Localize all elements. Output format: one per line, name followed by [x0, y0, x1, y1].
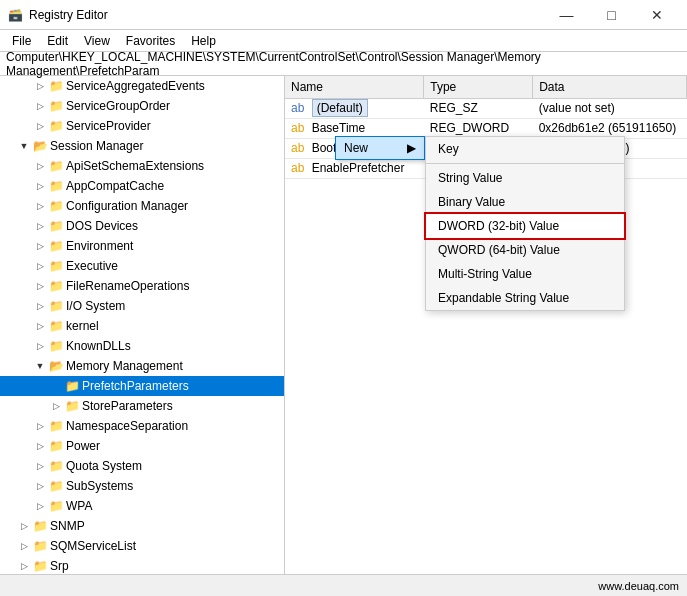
tree-label: Quota System [64, 459, 142, 473]
tree-label: NamespaceSeparation [64, 419, 188, 433]
tree-item-prefetchparams[interactable]: 📁 PrefetchParameters [0, 376, 284, 396]
menu-item-binary-value[interactable]: Binary Value [426, 190, 624, 214]
reg-name: ab (Default) [285, 98, 424, 118]
reg-type: REG_DWORD [424, 118, 533, 138]
tree-label: ServiceProvider [64, 119, 151, 133]
folder-icon: 📁 [48, 239, 64, 253]
tree-item-iosystem[interactable]: ▷ 📁 I/O System [0, 296, 284, 316]
col-header-name[interactable]: Name [285, 76, 424, 98]
tree-label: Environment [64, 239, 133, 253]
tree-item-filerenameops[interactable]: ▷ 📁 FileRenameOperations [0, 276, 284, 296]
tree-item-sessionmanager[interactable]: ▼ 📂 Session Manager [0, 136, 284, 156]
default-label: (Default) [312, 99, 368, 117]
menu-divider [426, 163, 624, 164]
tree-item-memorymgmt[interactable]: ▼ 📂 Memory Management [0, 356, 284, 376]
tree-label: Memory Management [64, 359, 183, 373]
col-header-type[interactable]: Type [424, 76, 533, 98]
tree-item-knowndlls[interactable]: ▷ 📁 KnownDLLs [0, 336, 284, 356]
menu-view[interactable]: View [76, 32, 118, 50]
folder-icon: 📁 [64, 399, 80, 413]
new-button[interactable]: New ▶ [335, 136, 425, 160]
tree-item-nsep[interactable]: ▷ 📁 NamespaceSeparation [0, 416, 284, 436]
tree-item-servicegrouporder[interactable]: ▷ 📁 ServiceGroupOrder [0, 96, 284, 116]
tree-item-serviceprovider[interactable]: ▷ 📁 ServiceProvider [0, 116, 284, 136]
folder-icon: 📁 [48, 199, 64, 213]
folder-open-icon: 📂 [48, 359, 64, 373]
window-title: Registry Editor [29, 8, 108, 22]
tree-item-subsystems[interactable]: ▷ 📁 SubSystems [0, 476, 284, 496]
menu-item-qword-value[interactable]: QWORD (64-bit) Value [426, 238, 624, 262]
tree-item-quotasys[interactable]: ▷ 📁 Quota System [0, 456, 284, 476]
folder-icon: 📁 [32, 519, 48, 533]
maximize-button[interactable]: □ [589, 0, 634, 30]
menu-favorites[interactable]: Favorites [118, 32, 183, 50]
tree-item-storeparams[interactable]: ▷ 📁 StoreParameters [0, 396, 284, 416]
tree-item-sqmservicelist[interactable]: ▷ 📁 SQMServiceList [0, 536, 284, 556]
tree-item-srp[interactable]: ▷ 📁 Srp [0, 556, 284, 574]
expander: ▷ [32, 81, 48, 91]
address-path: Computer\HKEY_LOCAL_MACHINE\SYSTEM\Curre… [6, 50, 681, 78]
tree-item-apiset[interactable]: ▷ 📁 ApiSetSchemaExtensions [0, 156, 284, 176]
tree-label: Srp [48, 559, 69, 573]
tree-item-executive[interactable]: ▷ 📁 Executive [0, 256, 284, 276]
folder-icon: 📁 [48, 499, 64, 513]
tree-item-configmgr[interactable]: ▷ 📁 Configuration Manager [0, 196, 284, 216]
tree-item-dosdevices[interactable]: ▷ 📁 DOS Devices [0, 216, 284, 236]
tree-label: SubSystems [64, 479, 133, 493]
folder-icon: 📁 [48, 459, 64, 473]
expander: ▷ [16, 561, 32, 571]
app-icon: 🗃️ [8, 8, 23, 22]
reg-dword-icon: ab [291, 141, 304, 155]
tree-pane: ▷ 📁 ServiceAggregatedEvents ▷ 📁 ServiceG… [0, 76, 285, 574]
table-row[interactable]: ab BaseTime REG_DWORD 0x26db61e2 (651911… [285, 118, 687, 138]
expander: ▷ [32, 501, 48, 511]
menu-edit[interactable]: Edit [39, 32, 76, 50]
tree-label: WPA [64, 499, 92, 513]
expander: ▷ [32, 461, 48, 471]
tree-label: kernel [64, 319, 99, 333]
tree-item-environment[interactable]: ▷ 📁 Environment [0, 236, 284, 256]
expander: ▷ [16, 521, 32, 531]
tree-item-serviceaggregatedevents[interactable]: ▷ 📁 ServiceAggregatedEvents [0, 76, 284, 96]
reg-dword-icon: ab [291, 121, 304, 135]
menu-item-key[interactable]: Key [426, 137, 624, 161]
address-bar: Computer\HKEY_LOCAL_MACHINE\SYSTEM\Curre… [0, 52, 687, 76]
col-header-data[interactable]: Data [533, 76, 687, 98]
folder-icon: 📁 [32, 559, 48, 573]
menu-item-multistring-value[interactable]: Multi-String Value [426, 262, 624, 286]
expander: ▼ [32, 361, 48, 371]
close-button[interactable]: ✕ [634, 0, 679, 30]
folder-icon: 📁 [48, 299, 64, 313]
minimize-button[interactable]: — [544, 0, 589, 30]
tree-scroll[interactable]: ▷ 📁 ServiceAggregatedEvents ▷ 📁 ServiceG… [0, 76, 284, 574]
expander: ▷ [32, 481, 48, 491]
tree-item-power[interactable]: ▷ 📁 Power [0, 436, 284, 456]
menu-file[interactable]: File [4, 32, 39, 50]
folder-icon: 📁 [48, 179, 64, 193]
folder-icon: 📁 [48, 79, 64, 93]
menu-item-dword-value[interactable]: DWORD (32-bit) Value [426, 214, 624, 238]
table-row[interactable]: ab (Default) REG_SZ (value not set) [285, 98, 687, 118]
tree-label: Session Manager [48, 139, 143, 153]
tree-label: StoreParameters [80, 399, 173, 413]
tree-label: ServiceAggregatedEvents [64, 79, 205, 93]
menu-help[interactable]: Help [183, 32, 224, 50]
tree-item-snmp[interactable]: ▷ 📁 SNMP [0, 516, 284, 536]
folder-icon: 📁 [48, 259, 64, 273]
folder-icon: 📁 [48, 279, 64, 293]
tree-item-kernel[interactable]: ▷ 📁 kernel [0, 316, 284, 336]
folder-icon: 📁 [48, 99, 64, 113]
right-pane: Name Type Data ab (Default) REG_SZ (valu… [285, 76, 687, 574]
status-bar: www.deuaq.com [0, 574, 687, 596]
menu-item-expandable-value[interactable]: Expandable String Value [426, 286, 624, 310]
tree-item-appcompat[interactable]: ▷ 📁 AppCompatCache [0, 176, 284, 196]
tree-label: ApiSetSchemaExtensions [64, 159, 204, 173]
expander: ▷ [32, 421, 48, 431]
tree-label: Executive [64, 259, 118, 273]
expander: ▷ [32, 281, 48, 291]
menu-item-string-value[interactable]: String Value [426, 166, 624, 190]
expander: ▷ [32, 441, 48, 451]
reg-data: (value not set) [533, 98, 687, 118]
tree-label: I/O System [64, 299, 125, 313]
tree-item-wpa[interactable]: ▷ 📁 WPA [0, 496, 284, 516]
